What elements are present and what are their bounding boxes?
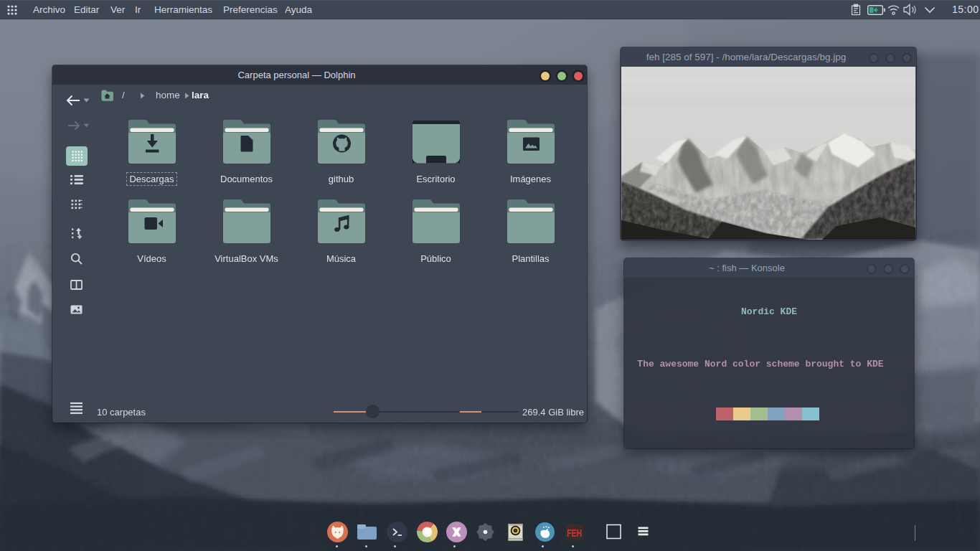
svg-text:FEH: FEH xyxy=(567,527,582,539)
